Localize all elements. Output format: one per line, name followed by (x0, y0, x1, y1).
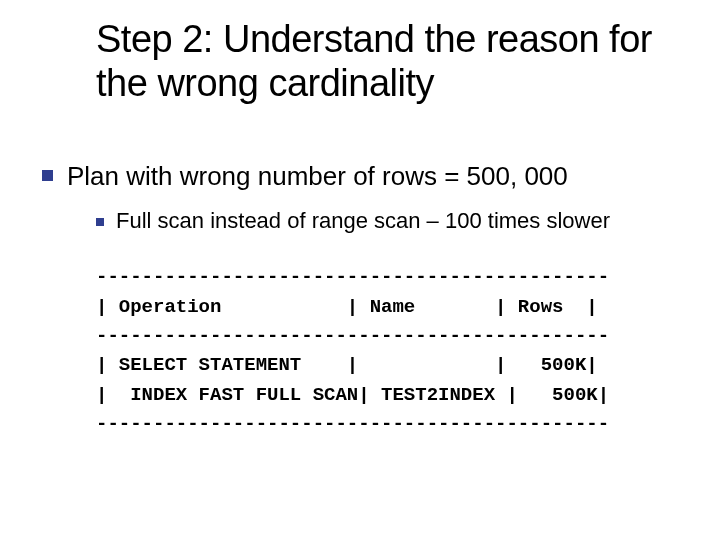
plan-line: ----------------------------------------… (96, 413, 609, 435)
plan-line: ----------------------------------------… (96, 325, 609, 347)
bullet-level2-text: Full scan instead of range scan – 100 ti… (116, 207, 610, 236)
bullet-level1-text: Plan with wrong number of rows = 500, 00… (67, 160, 568, 193)
plan-line: | SELECT STATEMENT | | 500K| (96, 354, 598, 376)
bullet-icon (42, 170, 53, 181)
bullet-level1: Plan with wrong number of rows = 500, 00… (42, 160, 682, 193)
execution-plan-block: ----------------------------------------… (96, 263, 682, 440)
plan-line: | Operation | Name | Rows | (96, 296, 598, 318)
plan-line: | INDEX FAST FULL SCAN| TEST2INDEX | 500… (96, 384, 609, 406)
slide-body: Plan with wrong number of rows = 500, 00… (42, 160, 682, 440)
slide-title: Step 2: Understand the reason for the wr… (96, 18, 696, 105)
plan-line: ----------------------------------------… (96, 266, 609, 288)
slide: Step 2: Understand the reason for the wr… (0, 0, 720, 540)
bullet-icon (96, 218, 104, 226)
bullet-level2: Full scan instead of range scan – 100 ti… (96, 207, 682, 236)
